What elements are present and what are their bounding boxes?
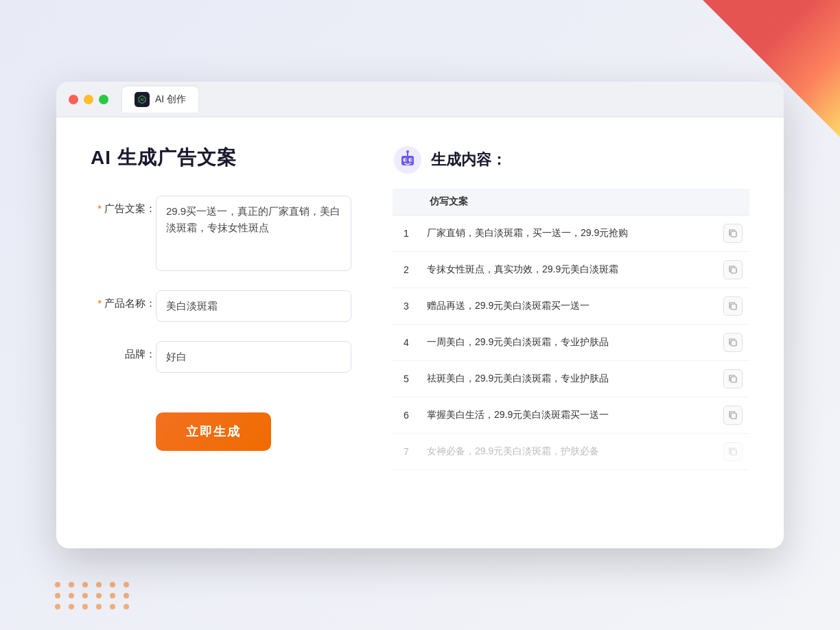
copy-button[interactable] (723, 333, 743, 352)
brand-label: 品牌： (91, 341, 156, 361)
row-text: 专抹女性斑点，真实功效，29.9元美白淡斑霜 (420, 252, 716, 288)
title-bar: AI AI 创作 (56, 82, 784, 117)
svg-point-6 (405, 159, 406, 161)
svg-text:AI: AI (141, 98, 145, 102)
copy-button[interactable] (723, 406, 743, 425)
svg-rect-16 (731, 450, 736, 455)
copy-button[interactable] (723, 369, 743, 388)
product-name-group: *产品名称： (91, 290, 351, 322)
row-text: 厂家直销，美白淡斑霜，买一送一，29.9元抢购 (420, 215, 716, 252)
right-header: 生成内容： (393, 145, 749, 175)
copy-button[interactable] (723, 260, 743, 279)
main-content: AI 生成广告文案 *广告文案： *产品名称： 品牌： 立 (56, 117, 784, 543)
ai-creation-tab[interactable]: AI AI 创作 (122, 86, 198, 113)
table-row: 6掌握美白生活，29.9元美白淡斑霜买一送一 (393, 397, 749, 434)
svg-rect-11 (731, 268, 736, 273)
brand-input[interactable] (156, 341, 351, 373)
decorative-dots-bl (55, 582, 132, 609)
row-number: 5 (393, 361, 420, 397)
table-row: 2专抹女性斑点，真实功效，29.9元美白淡斑霜 (393, 252, 749, 288)
row-text: 女神必备，29.9元美白淡斑霜，护肤必备 (420, 434, 716, 470)
tab-icon: AI (135, 92, 150, 107)
right-panel: 生成内容： 仿写文案 1厂家直销，美白淡斑霜，买一送一，29.9元抢购2专抹女性… (393, 145, 749, 515)
table-row: 5祛斑美白，29.9元美白淡斑霜，专业护肤品 (393, 361, 749, 397)
ad-copy-group: *广告文案： (91, 196, 351, 271)
robot-icon (393, 145, 423, 175)
brand-group: 品牌： (91, 341, 351, 373)
row-text: 一周美白，29.9元美白淡斑霜，专业护肤品 (420, 325, 716, 361)
row-number: 6 (393, 397, 420, 434)
tab-label: AI 创作 (155, 93, 186, 106)
svg-rect-10 (731, 231, 736, 237)
maximize-button[interactable] (99, 95, 108, 104)
table-row: 3赠品再送，29.9元美白淡斑霜买一送一 (393, 288, 749, 325)
left-panel: AI 生成广告文案 *广告文案： *产品名称： 品牌： 立 (91, 145, 351, 515)
table-row: 7女神必备，29.9元美白淡斑霜，护肤必备 (393, 434, 749, 470)
traffic-lights (69, 95, 108, 104)
copy-button[interactable] (723, 442, 743, 461)
required-star: * (97, 202, 102, 214)
svg-rect-13 (731, 340, 736, 346)
row-number: 4 (393, 325, 420, 361)
close-button[interactable] (69, 95, 78, 104)
generate-button[interactable]: 立即生成 (156, 412, 271, 451)
row-text: 赠品再送，29.9元美白淡斑霜买一送一 (420, 288, 716, 325)
product-name-input[interactable] (156, 290, 351, 322)
row-text: 祛斑美白，29.9元美白淡斑霜，专业护肤品 (420, 361, 716, 397)
table-row: 4一周美白，29.9元美白淡斑霜，专业护肤品 (393, 325, 749, 361)
svg-rect-14 (731, 377, 736, 382)
row-number: 3 (393, 288, 420, 325)
row-number: 7 (393, 434, 420, 470)
row-text: 掌握美白生活，29.9元美白淡斑霜买一送一 (420, 397, 716, 434)
browser-window: AI AI 创作 AI 生成广告文案 *广告文案： *产品名称： (56, 82, 784, 548)
copy-button[interactable] (723, 224, 743, 243)
col-action-header (716, 189, 749, 215)
svg-rect-15 (731, 413, 736, 419)
ad-copy-label: *广告文案： (91, 196, 156, 215)
required-star-2: * (97, 297, 102, 309)
table-row: 1厂家直销，美白淡斑霜，买一送一，29.9元抢购 (393, 215, 749, 252)
results-table: 仿写文案 1厂家直销，美白淡斑霜，买一送一，29.9元抢购2专抹女性斑点，真实功… (393, 189, 749, 470)
row-number: 1 (393, 215, 420, 252)
ad-copy-input[interactable] (156, 196, 351, 271)
svg-point-9 (406, 150, 409, 153)
svg-rect-12 (731, 304, 736, 310)
page-title: AI 生成广告文案 (91, 145, 351, 171)
row-number: 2 (393, 252, 420, 288)
minimize-button[interactable] (84, 95, 93, 104)
svg-point-7 (410, 159, 412, 161)
product-name-label: *产品名称： (91, 290, 156, 310)
copy-button[interactable] (723, 296, 743, 316)
col-copy-header: 仿写文案 (420, 189, 716, 215)
right-panel-title: 生成内容： (431, 150, 506, 170)
col-num-header (393, 189, 420, 215)
